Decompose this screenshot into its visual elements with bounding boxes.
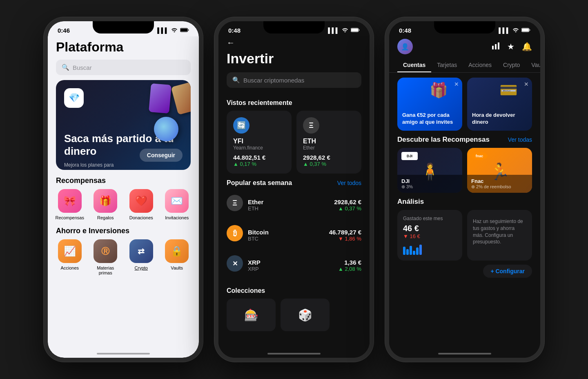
popular-header: Popular esta semana Ver todos	[218, 174, 370, 190]
regalos-icon: 🎁	[94, 189, 117, 213]
donaciones-label: Donaciones	[129, 215, 153, 220]
phone-notch-3	[434, 21, 495, 33]
btc-symbol: Bitcoin	[248, 229, 324, 236]
eth-icon-list: Ξ	[227, 195, 243, 211]
list-item[interactable]: 🔒 Vaults	[162, 239, 192, 275]
signal-icon-1: ▌▌▌	[157, 27, 169, 33]
list-item[interactable]: Ⓡ Materias primas	[91, 239, 120, 275]
battery-icon-1	[180, 27, 189, 33]
time-1: 0:46	[58, 27, 70, 34]
search-icon-1: 🔍	[62, 64, 69, 71]
promo-card-devolver[interactable]: ✕ Hora de devolver dinero 💳	[467, 78, 532, 131]
svg-rect-1	[180, 29, 187, 31]
tab-crypto[interactable]: Crypto	[497, 58, 526, 72]
btc-info: Bitcoin BTC	[248, 229, 324, 242]
rewards-grid: 🎀 Recompensas 🎁 Regalos ❤️ Donaciones ✉️…	[48, 189, 199, 220]
eth-change-list: ▲ 0,37 %	[334, 205, 361, 212]
promo-text-1: Gana €52 por cada amigo al que invites	[402, 112, 457, 126]
promo-close-1[interactable]: ✕	[454, 81, 459, 87]
btc-change: ▼ 1,86 %	[329, 236, 361, 242]
home-indicator-3	[438, 353, 491, 354]
list-item[interactable]: ⇄ Crypto	[127, 239, 156, 275]
tracking-card[interactable]: Haz un seguimiento de tus gastos y ahorr…	[467, 210, 532, 261]
collection-item-2[interactable]: 🎲	[281, 299, 330, 331]
analysis-cards: Gastado este mes 46 € ▼ 16 €	[397, 210, 532, 261]
phone1-title: Plataforma	[56, 40, 191, 55]
xrp-price: 1,36 €	[338, 259, 361, 266]
xrp-change: ▲ 2,08 %	[338, 266, 361, 272]
search-bar-2[interactable]: 🔍 Buscar criptomonedas	[227, 72, 361, 88]
crypto-label: Crypto	[135, 265, 148, 270]
dji-cashback: ⊕ 3%	[401, 184, 458, 190]
collection-item-1[interactable]: 🎰	[227, 299, 276, 331]
bar-4	[413, 251, 415, 255]
btc-ticker: BTC	[248, 236, 324, 242]
tracking-desc: Haz un seguimiento de tus gastos y ahorr…	[473, 218, 526, 245]
bar-5	[416, 247, 419, 255]
back-button[interactable]: ←	[227, 38, 235, 47]
ver-todos-button[interactable]: Ver todos	[337, 180, 361, 186]
rewards-section-3: Descubre las Recompensas Ver todas DJI 🧍…	[389, 136, 540, 193]
vaults-icon: 🔒	[165, 239, 189, 263]
savings-title: Ahorro e Inversiones	[48, 220, 199, 239]
analysis-section: Análisis Gastado este mes 46 € ▼ 16 €	[389, 193, 540, 261]
popular-label: Popular esta semana	[227, 179, 292, 187]
rewards-title-3: Descubre las Recompensas	[397, 136, 490, 144]
list-item[interactable]: ₿ Bitcoin BTC 46.789,27 € ▼ 1,86 %	[218, 220, 370, 250]
tab-cuentas[interactable]: Cuentas	[397, 58, 431, 72]
fnac-brand: Fnac	[471, 178, 528, 184]
promo-card-invite[interactable]: ✕ Gana €52 por cada amigo al que invites…	[397, 78, 462, 131]
btc-price: 46.789,27 €	[329, 229, 361, 236]
tab-tarjetas[interactable]: Tarjetas	[431, 58, 463, 72]
signal-icon-3: ▌▌▌	[499, 27, 510, 33]
chart-icon[interactable]	[492, 42, 500, 52]
list-item[interactable]: ✕ XRP XRP 1,36 € ▲ 2,08 %	[218, 250, 370, 281]
list-item[interactable]: 🎁 Regalos	[91, 189, 120, 220]
btc-icon: ₿	[227, 225, 243, 241]
dji-card[interactable]: DJI 🧍 DJI ⊕ 3%	[397, 148, 462, 193]
avatar[interactable]: 👤	[397, 39, 413, 54]
colecciones-label: Colecciones	[218, 281, 370, 299]
promo-close-2[interactable]: ✕	[524, 81, 529, 87]
search-bar-1[interactable]: 🔍 Buscar	[56, 60, 191, 75]
eth-change-recent: ▲ 0,37 %	[303, 161, 355, 167]
phone-3: 0:48 ▌▌▌ 👤	[385, 17, 544, 362]
list-item[interactable]: Ξ ETH Ether 2928,62 € ▲ 0,37 %	[296, 111, 361, 174]
status-icons-2: ▌▌▌	[328, 27, 360, 33]
phone-2-screen: 0:48 ▌▌▌ ← Invertir 🔍	[218, 21, 370, 358]
list-item[interactable]: Ξ Ether ETH 2928,62 € ▲ 0,37 %	[218, 190, 370, 220]
list-item[interactable]: 🎀 Recompensas	[55, 189, 85, 220]
list-item[interactable]: ❤️ Donaciones	[127, 189, 156, 220]
status-icons-1: ▌▌▌	[157, 27, 189, 33]
phone-1-screen: 0:46 ▌▌▌ Plataforma 🔍 Buscar	[48, 21, 199, 358]
svg-rect-7	[495, 44, 497, 49]
search-icon-2: 🔍	[232, 76, 240, 84]
conseguir-button[interactable]: Conseguir	[140, 149, 183, 162]
list-item[interactable]: 🔄 YFI Yearn.finance 44.802,51 € ▲ 0,17 %	[227, 111, 292, 174]
configurar-row: + Configurar	[389, 261, 540, 278]
list-item[interactable]: ✉️ Invitaciones	[162, 189, 192, 220]
spending-card[interactable]: Gastado este mes 46 € ▼ 16 €	[397, 210, 462, 261]
recompensas-title: Recompensas	[48, 170, 199, 189]
fnac-card[interactable]: fnac 🏃 Fnac ⊕ 2% de reembolso	[467, 148, 532, 193]
tab-vault[interactable]: Vault	[526, 58, 540, 72]
xrp-icon: ✕	[227, 255, 243, 272]
phone-2: 0:48 ▌▌▌ ← Invertir 🔍	[214, 17, 374, 362]
xrp-info: XRP XRP	[248, 259, 333, 272]
star-icon[interactable]: ★	[507, 42, 514, 51]
ver-todas-button[interactable]: Ver todas	[508, 136, 532, 143]
materias-label: Materias primas	[91, 265, 120, 275]
list-item[interactable]: 📈 Acciones	[55, 239, 85, 275]
time-3: 0:48	[399, 27, 411, 34]
bar-1	[403, 247, 405, 255]
eth-symbol-list: Ether	[248, 198, 329, 205]
invitaciones-icon: ✉️	[165, 189, 189, 213]
battery-icon-3	[521, 27, 530, 33]
bar-2	[406, 249, 409, 255]
bell-icon[interactable]: 🔔	[522, 42, 532, 51]
tab-acciones[interactable]: Acciones	[463, 58, 497, 72]
configurar-button[interactable]: + Configurar	[483, 265, 532, 278]
promo-decoration-2: 💳	[499, 82, 524, 106]
wifi-icon-2	[342, 27, 348, 33]
crypto-icon-nav: ⇄	[129, 239, 153, 263]
